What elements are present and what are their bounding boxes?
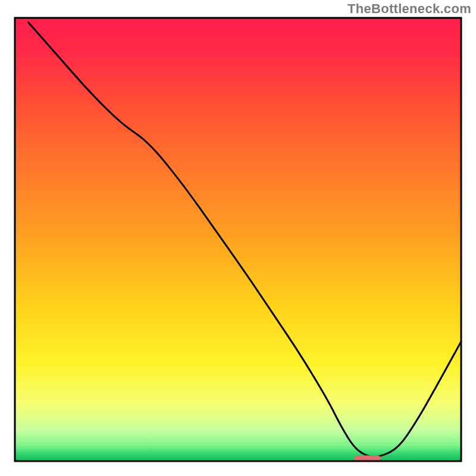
plot-area — [15, 18, 461, 461]
chart-svg — [0, 0, 476, 476]
chart-stage: TheBottleneck.com — [0, 0, 476, 476]
watermark-text: TheBottleneck.com — [347, 1, 471, 17]
